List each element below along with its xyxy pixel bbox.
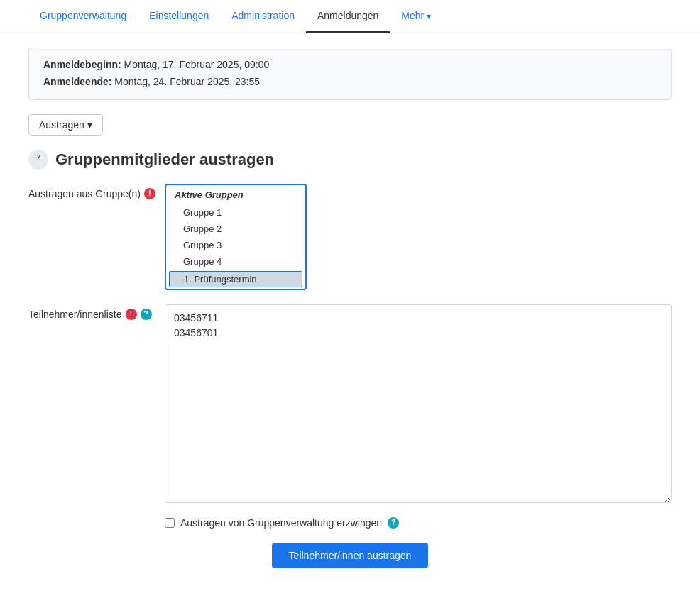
force-checkbox[interactable] <box>165 518 175 528</box>
nav-item-mehr[interactable]: Mehr <box>390 0 442 33</box>
group-label: Austragen aus Gruppe(n) ! <box>28 184 156 199</box>
info-banner: Anmeldebeginn: Montag, 17. Februar 2025,… <box>28 48 672 100</box>
start-value: Montag, 17. Februar 2025, 09:00 <box>124 59 270 70</box>
collapse-icon[interactable]: ˅ <box>28 150 48 170</box>
nav-item-anmeldungen[interactable]: Anmeldungen <box>306 0 390 33</box>
participants-help-icon[interactable]: ? <box>141 309 152 320</box>
nav-item-gruppenverwaltung[interactable]: Gruppenverwaltung <box>28 0 138 33</box>
group-item-3[interactable]: Gruppe 4 <box>166 253 305 270</box>
section-austragen: ˅ Gruppenmitglieder austragen Austragen … <box>28 150 672 568</box>
submit-button[interactable]: Teilnehmer/innen austragen <box>272 543 429 568</box>
navigation: Gruppenverwaltung Einstellungen Administ… <box>0 0 700 33</box>
group-item-4[interactable]: 1. Prüfungstermin <box>169 271 302 287</box>
end-value: Montag, 24. Februar 2025, 23:55 <box>114 76 260 87</box>
checkbox-label[interactable]: Austragen von Gruppenverwaltung erzwinge… <box>180 517 382 529</box>
group-list[interactable]: Aktive Gruppen Gruppe 1 Gruppe 2 Gruppe … <box>165 184 307 290</box>
section-title: Gruppenmitglieder austragen <box>55 150 274 169</box>
nav-item-administration[interactable]: Administration <box>220 0 306 33</box>
participants-textarea[interactable]: 03456711 03456701 <box>165 304 672 503</box>
group-list-header: Aktive Gruppen <box>166 185 305 204</box>
group-item-1[interactable]: Gruppe 2 <box>166 221 305 237</box>
participants-form-row: Teilnehmer/innenliste ! ? 03456711 03456… <box>28 304 672 503</box>
checkbox-help-icon[interactable]: ? <box>388 517 399 529</box>
participants-error-icon[interactable]: ! <box>126 309 137 320</box>
group-error-icon[interactable]: ! <box>144 188 155 199</box>
nav-item-einstellungen[interactable]: Einstellungen <box>138 0 220 33</box>
group-item-0[interactable]: Gruppe 1 <box>166 204 305 221</box>
end-label: Anmeldeende: <box>43 76 111 87</box>
austragen-button[interactable]: Austragen ▾ <box>28 114 103 136</box>
start-label: Anmeldebeginn: <box>43 59 121 70</box>
group-form-row: Austragen aus Gruppe(n) ! Aktive Gruppen… <box>28 184 672 290</box>
group-item-2[interactable]: Gruppe 3 <box>166 237 305 253</box>
participants-label: Teilnehmer/innenliste ! ? <box>28 304 156 320</box>
section-header: ˅ Gruppenmitglieder austragen <box>28 150 672 170</box>
checkbox-row: Austragen von Gruppenverwaltung erzwinge… <box>165 517 672 529</box>
